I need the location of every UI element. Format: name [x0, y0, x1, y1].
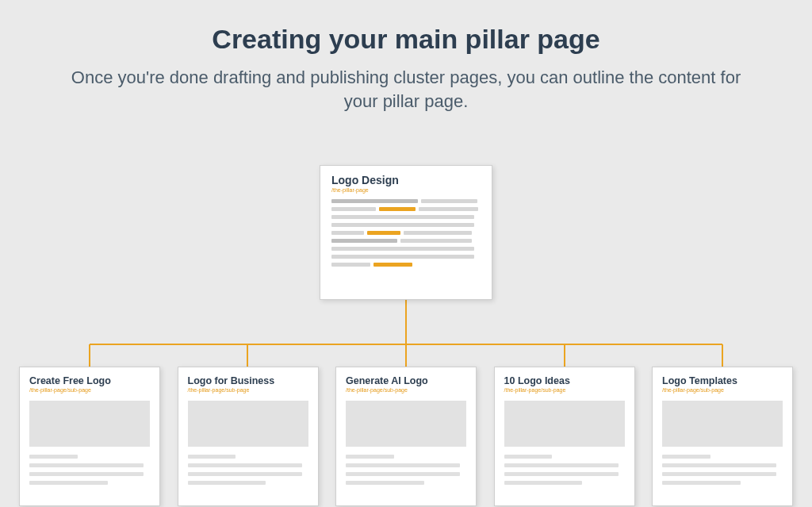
- page-title: Creating your main pillar page: [0, 24, 812, 55]
- thumbnail-placeholder: [662, 401, 783, 447]
- sub-card-path: /the-pillar-page/sub-page: [346, 387, 466, 393]
- pillar-card: Logo Design /the-pillar-page: [320, 165, 492, 300]
- sub-card-logo-for-business: Logo for Business /the-pillar-page/sub-p…: [178, 367, 319, 506]
- sub-card-title: Logo Templates: [662, 375, 783, 386]
- header: Creating your main pillar page Once you'…: [0, 0, 812, 113]
- sub-card-title: 10 Logo Ideas: [504, 375, 625, 386]
- thumbnail-placeholder: [188, 401, 308, 447]
- thumbnail-placeholder: [504, 401, 625, 447]
- sub-card-path: /the-pillar-page/sub-page: [662, 387, 783, 393]
- pillar-text-lines: [331, 199, 481, 267]
- sub-card-path: /the-pillar-page/sub-page: [29, 387, 150, 393]
- page-subtitle: Once you're done drafting and publishing…: [57, 66, 755, 113]
- sub-text-lines: [504, 455, 625, 485]
- sub-card-create-free-logo: Create Free Logo /the-pillar-page/sub-pa…: [19, 367, 160, 506]
- sub-card-title: Logo for Business: [188, 375, 308, 386]
- thumbnail-placeholder: [346, 401, 466, 447]
- pillar-path: /the-pillar-page: [331, 187, 481, 193]
- sub-text-lines: [29, 455, 150, 485]
- sub-card-logo-templates: Logo Templates /the-pillar-page/sub-page: [652, 367, 793, 506]
- sub-text-lines: [662, 455, 783, 485]
- pillar-title: Logo Design: [331, 174, 481, 186]
- sub-card-generate-ai-logo: Generate AI Logo /the-pillar-page/sub-pa…: [335, 367, 477, 506]
- subpages-row: Create Free Logo /the-pillar-page/sub-pa…: [0, 367, 812, 506]
- sub-card-10-logo-ideas: 10 Logo Ideas /the-pillar-page/sub-page: [494, 367, 635, 506]
- sub-card-path: /the-pillar-page/sub-page: [188, 387, 308, 393]
- sub-card-path: /the-pillar-page/sub-page: [504, 387, 625, 393]
- thumbnail-placeholder: [29, 401, 150, 447]
- sub-text-lines: [346, 455, 466, 485]
- sub-card-title: Create Free Logo: [29, 375, 150, 386]
- sub-card-title: Generate AI Logo: [346, 375, 466, 386]
- sub-text-lines: [188, 455, 308, 485]
